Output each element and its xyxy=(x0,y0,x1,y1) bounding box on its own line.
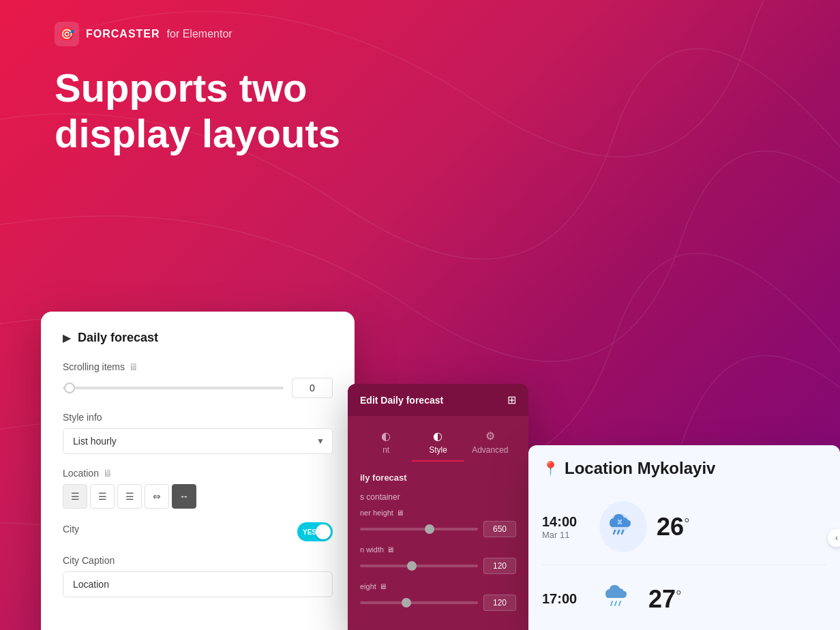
svg-line-4 xyxy=(611,601,612,605)
weather-cloud-icon-2 xyxy=(599,578,639,620)
eight-value[interactable] xyxy=(483,595,516,611)
n-width-slider-row xyxy=(360,558,516,574)
style-info-select-row: List hourly Grid daily Compact ▼ xyxy=(63,428,333,454)
middle-section-title: ily forecast xyxy=(360,472,516,483)
weather-divider xyxy=(542,565,826,565)
chevron-icon: ▶ xyxy=(63,331,71,344)
weather-temp-container-1: 26 ° xyxy=(657,513,690,541)
city-label: City xyxy=(63,524,79,535)
middle-tabs: ◐ nt ◐ Style ⚙ Advanced xyxy=(348,416,528,462)
tab-advanced-icon: ⚙ xyxy=(485,430,495,442)
scroll-arrow-icon: ‹ xyxy=(835,533,838,543)
location-row: Location 🖥 ☰ ☰ ☰ ⇔ ↔ xyxy=(63,468,333,509)
middle-content: ily forecast s container ner height 🖥 xyxy=(348,462,528,630)
monitor-icon-width: 🖥 xyxy=(387,545,394,554)
page-content: 🎯 FORCASTER for Elementor Supports two d… xyxy=(0,0,840,630)
scrolling-items-slider-row: 0 xyxy=(63,378,333,398)
ner-height-value[interactable] xyxy=(483,521,516,537)
tab-style-icon: ◐ xyxy=(433,430,442,442)
n-width-slider-track[interactable] xyxy=(360,565,478,567)
style-info-select[interactable]: List hourly Grid daily Compact xyxy=(63,428,333,454)
align-compress-button[interactable]: ⇔ xyxy=(145,484,169,509)
svg-line-3 xyxy=(614,530,615,534)
align-expand-button[interactable]: ↔ xyxy=(172,484,196,509)
middle-subsection: s container xyxy=(360,492,516,502)
brand-name-bold: FORCASTER xyxy=(86,28,160,40)
ner-height-slider-thumb[interactable] xyxy=(425,524,434,534)
field-ner-height: ner height 🖥 xyxy=(360,509,516,537)
section-header: ▶ Daily forecast xyxy=(63,331,333,345)
weather-cloud-icon-1 xyxy=(599,501,647,552)
toggle-yes-label: YES xyxy=(303,528,316,536)
eight-slider-track[interactable] xyxy=(360,601,478,604)
monitor-icon-eight: 🖥 xyxy=(379,582,387,590)
city-caption-label: City Caption xyxy=(63,555,333,566)
scrolling-items-value[interactable]: 0 xyxy=(292,378,333,398)
middle-header-title: Edit Daily forecast xyxy=(360,395,443,406)
monitor-icon-location: 🖥 xyxy=(103,468,112,479)
scrolling-items-slider-track[interactable] xyxy=(63,387,284,389)
weather-date-1: Mar 11 xyxy=(542,530,590,540)
temp-unit-2: ° xyxy=(676,588,682,605)
hero-heading: Supports two display layouts xyxy=(0,46,477,156)
tab-advanced[interactable]: ⚙ Advanced xyxy=(464,424,516,462)
weather-time-1: 14:00 xyxy=(542,514,590,530)
city-row: City YES xyxy=(63,522,333,541)
logo-icon: 🎯 xyxy=(55,22,79,46)
field-ner-height-label: ner height 🖥 xyxy=(360,509,516,517)
tab-nt[interactable]: ◐ nt xyxy=(360,424,412,462)
weather-temp-2: 27 xyxy=(648,585,676,614)
field-eight-label: eight 🖥 xyxy=(360,582,516,590)
middle-panel: Edit Daily forecast ⊞ ◐ nt ◐ Style ⚙ Adv… xyxy=(348,384,528,630)
weather-item-1: 14:00 Mar 11 xyxy=(542,492,826,562)
location-label: Location 🖥 xyxy=(63,468,333,479)
align-center-button[interactable]: ☰ xyxy=(90,484,115,509)
toggle-knob xyxy=(316,524,331,539)
ner-height-slider-track[interactable] xyxy=(360,528,478,530)
eight-slider-thumb[interactable] xyxy=(402,598,411,608)
field-n-width: n width 🖥 xyxy=(360,545,516,574)
monitor-icon-ner: 🖥 xyxy=(396,509,404,517)
weather-time-2: 17:00 xyxy=(542,591,590,607)
city-toggle-row: City YES xyxy=(63,522,333,541)
location-pin-icon: 📍 xyxy=(542,460,559,477)
city-toggle[interactable]: YES xyxy=(297,522,333,541)
weather-temp-1: 26 xyxy=(657,513,684,541)
tab-nt-label: nt xyxy=(382,445,389,455)
ui-cards-container: ▶ Daily forecast Scrolling items 🖥 0 xyxy=(41,312,840,630)
weather-time-date-1: 14:00 Mar 11 xyxy=(542,514,590,540)
style-info-row: Style info List hourly Grid daily Compac… xyxy=(63,412,333,454)
tab-advanced-label: Advanced xyxy=(472,445,508,455)
eight-slider-row xyxy=(360,595,516,611)
monitor-icon-scrolling: 🖥 xyxy=(129,361,138,372)
style-info-label: Style info xyxy=(63,412,333,423)
middle-panel-header: Edit Daily forecast ⊞ xyxy=(348,384,528,416)
field-n-width-label: n width 🖥 xyxy=(360,545,516,554)
n-width-slider-thumb[interactable] xyxy=(407,561,417,571)
n-width-value[interactable] xyxy=(483,558,516,574)
location-align-buttons: ☰ ☰ ☰ ⇔ ↔ xyxy=(63,484,333,509)
tab-nt-icon: ◐ xyxy=(381,430,391,442)
tab-style[interactable]: ◐ Style xyxy=(412,424,464,462)
logo-bar: 🎯 FORCASTER for Elementor xyxy=(0,0,840,46)
left-panel: ▶ Daily forecast Scrolling items 🖥 0 xyxy=(41,312,355,630)
city-caption-input[interactable]: Location xyxy=(63,571,333,597)
svg-line-6 xyxy=(619,601,620,605)
section-title: Daily forecast xyxy=(78,331,158,345)
tab-style-label: Style xyxy=(429,445,447,455)
svg-line-5 xyxy=(615,601,616,605)
right-panel: 📍 Location Mykolayiv 14:00 Mar 11 xyxy=(528,445,840,630)
scrolling-items-slider-thumb[interactable] xyxy=(64,382,75,393)
align-right-button[interactable]: ☰ xyxy=(117,484,142,509)
style-info-select-wrapper: List hourly Grid daily Compact ▼ xyxy=(63,428,333,454)
ner-height-slider-row xyxy=(360,521,516,537)
grid-icon: ⊞ xyxy=(507,393,516,406)
align-left-button[interactable]: ☰ xyxy=(63,484,87,509)
field-eight: eight 🖥 xyxy=(360,582,516,611)
weather-temp-container-2: 27 ° xyxy=(648,585,682,614)
right-panel-inner: 📍 Location Mykolayiv 14:00 Mar 11 xyxy=(528,445,840,630)
brand-name-light: for Elementor xyxy=(167,28,232,40)
weather-time-date-2: 17:00 xyxy=(542,591,590,607)
temp-unit-1: ° xyxy=(684,515,690,533)
scrolling-items-label: Scrolling items 🖥 xyxy=(63,361,333,372)
